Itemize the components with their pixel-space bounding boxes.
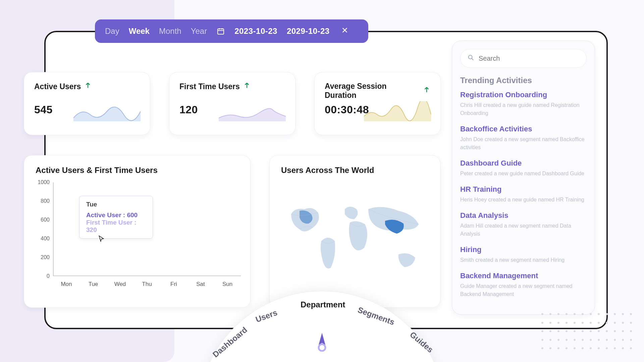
y-axis-labels: 1000 800 600 400 200 0 [34,182,50,276]
stat-value: 120 [179,104,198,116]
map-title: Users Across The World [281,166,429,175]
calendar-icon[interactable] [216,27,225,36]
activity-desc: Smith created a new segment named Hiring [460,256,587,264]
x-label: Wed [107,281,133,288]
stat-card-active-users: Active Users 545 [24,72,150,135]
trend-up-icon [84,82,92,91]
stat-card-avg-session: Average Session Duration 00:30:48 [314,72,441,135]
period-tab-month[interactable]: Month [159,26,181,36]
bar-chart: 1000 800 600 400 200 0 MonTueWedThuFriSa… [36,182,239,296]
nav-pointer-icon [315,333,329,353]
trend-up-icon [243,82,251,91]
activity-item: Registration OnboardingChris Hill create… [460,90,587,117]
activity-item: Backend ManagementGuide Manager created … [460,272,587,298]
period-tab-day[interactable]: Day [105,26,119,36]
activity-item: Data AnalysisAdam Hill created a new seg… [460,211,587,238]
x-label: Sat [187,281,214,288]
activity-item: Backoffice ActivitiesJohn Doe created a … [460,125,587,152]
activity-desc: Chris Hill created a new guide named Reg… [460,101,587,117]
tooltip-first-time-user: First Time User : 320 [86,219,146,234]
search-icon [467,54,475,63]
sparkline-avg-session [364,101,431,121]
period-start-date[interactable]: 2023-10-23 [234,26,277,36]
stat-card-first-time-users: First Time Users 120 [169,72,296,135]
activity-title[interactable]: Data Analysis [460,211,587,220]
svg-point-6 [469,55,472,59]
activity-item: Dashboard GuidePeter created a new guide… [460,159,587,178]
x-label: Mon [53,281,80,288]
map-card: Users Across The World [269,155,440,308]
x-label: Fri [160,281,187,288]
search-input[interactable] [479,55,580,62]
activity-title[interactable]: Dashboard Guide [460,159,587,168]
stat-label: Active Users [34,82,81,91]
period-tab-year[interactable]: Year [191,26,207,36]
period-range-bar: Day Week Month Year 2023-10-23 2029-10-2… [95,19,368,43]
tooltip-day: Tue [86,201,146,208]
activity-title[interactable]: HR Training [460,185,587,194]
x-label: Tue [80,281,107,288]
svg-rect-0 [218,29,224,34]
stat-value: 00:30:48 [325,104,369,116]
chart-tooltip: Tue Active User : 600 First Time User : … [79,196,153,239]
svg-line-7 [472,59,474,60]
svg-point-8 [319,344,325,351]
close-icon[interactable] [341,26,348,36]
chart-card-users: Active Users & First Time Users 1000 800… [24,155,251,308]
stat-label: Average Session Duration [325,82,420,100]
nav-department[interactable]: Department [301,300,345,309]
stats-row: Active Users 545 First Time Users 120 Av… [24,72,441,135]
activity-desc: Peter created a new guide named Dashboar… [460,170,587,178]
tooltip-active-user: Active User : 600 [86,212,146,219]
activity-item: HR TrainingHeris Hoey created a new guid… [460,185,587,204]
sparkline-active-users [73,101,141,121]
decorative-dots [541,313,635,353]
trend-up-icon [423,86,430,96]
activity-desc: Heris Hoey created a new guide named HR … [460,196,587,204]
activity-desc: Guide Manager created a new segment name… [460,282,587,298]
trending-panel: Trending Activities Registration Onboard… [452,41,595,315]
activity-title[interactable]: Hiring [460,245,587,254]
sparkline-first-time-users [219,101,286,121]
nav-users[interactable]: Users [254,308,278,324]
world-map [281,182,429,293]
trending-title: Trending Activities [460,76,587,85]
activity-title[interactable]: Registration Onboarding [460,90,587,99]
activity-title[interactable]: Backoffice Activities [460,125,587,133]
nav-guides[interactable]: Guides [408,330,435,355]
charts-row: Active Users & First Time Users 1000 800… [24,155,440,308]
stat-value: 545 [34,104,53,116]
activity-title[interactable]: Backend Management [460,272,587,280]
chart-title: Active Users & First Time Users [36,166,239,175]
stat-label: First Time Users [179,82,240,91]
x-label: Sun [214,281,241,288]
activity-item: HiringSmith created a new segment named … [460,245,587,264]
period-end-date[interactable]: 2029-10-23 [287,26,330,36]
x-label: Thu [133,281,160,288]
search-box[interactable] [460,49,587,68]
activity-desc: John Doe created a new segment named Bac… [460,135,587,152]
activity-desc: Adam Hill created a new segment named Da… [460,222,587,238]
cursor-icon [98,235,105,242]
period-tab-week[interactable]: Week [129,26,150,36]
nav-dashboard[interactable]: Dashboard [211,325,249,359]
x-axis-labels: MonTueWedThuFriSatSun [53,281,241,288]
